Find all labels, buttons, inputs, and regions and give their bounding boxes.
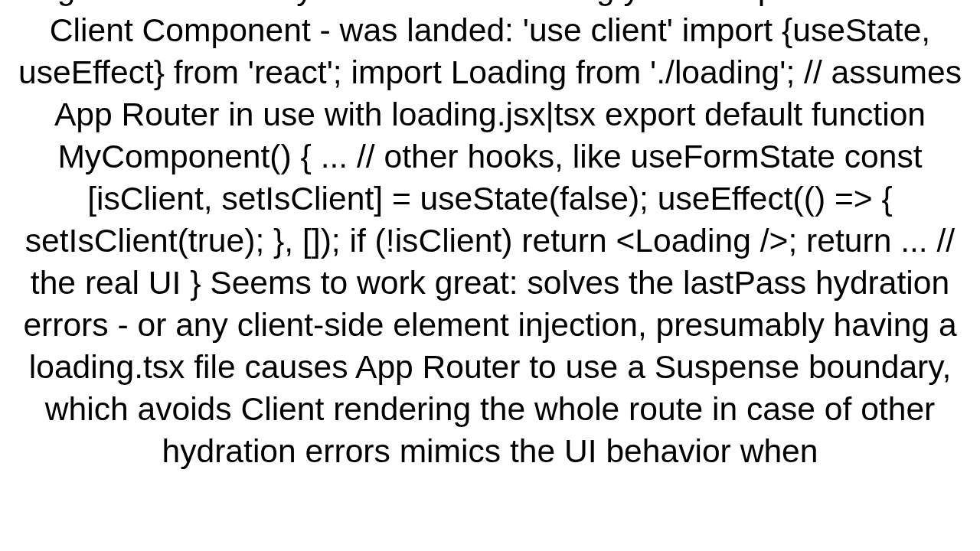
body-text: elegant solution - if you don't mind for… xyxy=(0,0,980,472)
